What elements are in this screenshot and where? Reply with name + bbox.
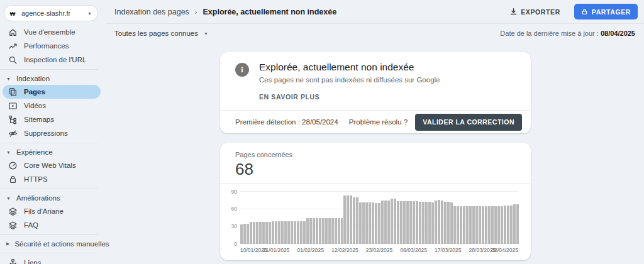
chart-bar[interactable] bbox=[510, 206, 513, 244]
chart-bar[interactable] bbox=[297, 221, 299, 244]
chart-bar[interactable] bbox=[391, 199, 393, 244]
chart-bar[interactable] bbox=[325, 218, 328, 245]
chart-bar[interactable] bbox=[362, 202, 365, 244]
chart-bar[interactable] bbox=[400, 201, 402, 244]
sidebar-item-pages[interactable]: Pages bbox=[3, 85, 101, 99]
chart-bar[interactable] bbox=[338, 218, 340, 244]
chart-bar[interactable] bbox=[422, 202, 425, 244]
chart-bar[interactable] bbox=[350, 195, 352, 244]
chart-bar[interactable] bbox=[262, 222, 265, 244]
chart-bar[interactable] bbox=[250, 222, 252, 244]
chart-bar[interactable] bbox=[319, 218, 321, 245]
chart-bar[interactable] bbox=[497, 206, 500, 244]
chart-bar[interactable] bbox=[397, 201, 399, 244]
chart-bar[interactable] bbox=[425, 202, 428, 244]
chart-bar[interactable] bbox=[479, 206, 481, 244]
chart-bar[interactable] bbox=[466, 206, 469, 244]
chart-bar[interactable] bbox=[353, 197, 355, 244]
chart-bar[interactable] bbox=[485, 206, 487, 244]
chart-bar[interactable] bbox=[240, 224, 243, 244]
chart-bar[interactable] bbox=[375, 203, 377, 244]
chart-bar[interactable] bbox=[278, 221, 280, 244]
chart-bar[interactable] bbox=[331, 218, 334, 245]
validate-fix-button[interactable]: VALIDER LA CORRECTION bbox=[415, 114, 522, 131]
sidebar-section-indexation[interactable]: ▼Indexation bbox=[0, 72, 106, 85]
chart-bar[interactable] bbox=[387, 201, 390, 244]
chart-bar[interactable] bbox=[431, 202, 434, 244]
chart-bar[interactable] bbox=[243, 224, 246, 244]
chart-bar[interactable] bbox=[413, 201, 415, 244]
chart-bar[interactable] bbox=[460, 206, 462, 244]
chart-bar[interactable] bbox=[347, 195, 349, 244]
chart-bar[interactable] bbox=[450, 202, 453, 244]
chart-bar[interactable] bbox=[469, 206, 472, 244]
chart-bar[interactable] bbox=[300, 221, 303, 244]
chart-bar[interactable] bbox=[272, 221, 274, 244]
breadcrumb-parent[interactable]: Indexation des pages bbox=[114, 8, 189, 16]
chart-bar[interactable] bbox=[444, 202, 447, 244]
learn-more-link[interactable]: EN SAVOIR PLUS bbox=[259, 93, 319, 101]
chart-bar[interactable] bbox=[378, 203, 380, 244]
sidebar-item-suppressions[interactable]: Suppressions bbox=[3, 126, 101, 140]
chart-bar[interactable] bbox=[356, 197, 358, 244]
chart-bar[interactable] bbox=[343, 195, 346, 244]
chart-bar[interactable] bbox=[381, 201, 384, 244]
chart-bar[interactable] bbox=[294, 221, 296, 244]
chart-bar[interactable] bbox=[516, 204, 519, 244]
sidebar-section-ameliorations[interactable]: ▼Améliorations bbox=[0, 192, 106, 204]
chart-bar[interactable] bbox=[322, 218, 325, 245]
sidebar-item-performances[interactable]: Performances bbox=[3, 39, 101, 53]
chart-bar[interactable] bbox=[259, 222, 262, 244]
chart-bar[interactable] bbox=[441, 201, 443, 244]
chart-bar[interactable] bbox=[491, 206, 494, 244]
chart-bar[interactable] bbox=[253, 222, 255, 244]
sidebar-item-sitemaps[interactable]: Sitemaps bbox=[3, 113, 101, 126]
chart-bar[interactable] bbox=[457, 206, 459, 244]
chart-bar[interactable] bbox=[365, 202, 368, 244]
chart-bar[interactable] bbox=[316, 218, 318, 245]
chart-bar[interactable] bbox=[309, 218, 312, 245]
chart-bar[interactable] bbox=[438, 200, 440, 244]
pages-filter-dropdown[interactable]: Toutes les pages connues ▼ bbox=[114, 30, 208, 37]
chart-bar[interactable] bbox=[475, 206, 478, 244]
sidebar-item-videos[interactable]: Vidéos bbox=[3, 99, 101, 113]
chart-bar[interactable] bbox=[328, 218, 331, 245]
chart-bar[interactable] bbox=[313, 218, 315, 245]
chart-bar[interactable] bbox=[463, 206, 465, 244]
chart-bar[interactable] bbox=[275, 221, 277, 244]
chart-bar[interactable] bbox=[501, 206, 503, 244]
chart-bar[interactable] bbox=[453, 206, 456, 244]
sidebar-item-fils-dariane[interactable]: Fils d'Ariane bbox=[3, 204, 101, 218]
sidebar-section-securite-actions-manuelles[interactable]: ▶Sécurité et actions manuelles bbox=[0, 238, 106, 250]
sidebar-item-vue-densemble[interactable]: Vue d'ensemble bbox=[3, 25, 101, 39]
sidebar-item-inspection-url[interactable]: Inspection de l'URL bbox=[3, 53, 101, 67]
chart-bar[interactable] bbox=[472, 206, 475, 244]
chart-bar[interactable] bbox=[384, 201, 387, 244]
sidebar-item-https[interactable]: HTTPS bbox=[3, 172, 101, 186]
chart-bar[interactable] bbox=[419, 202, 421, 244]
chart-bar[interactable] bbox=[269, 222, 271, 244]
chart-bar[interactable] bbox=[435, 201, 437, 244]
chart-bar[interactable] bbox=[504, 206, 506, 244]
chart-bar[interactable] bbox=[447, 202, 450, 244]
chart-bar[interactable] bbox=[369, 202, 371, 244]
sidebar-item-faq[interactable]: FAQ bbox=[3, 218, 101, 232]
chart-bar[interactable] bbox=[281, 221, 284, 244]
chart-bar[interactable] bbox=[488, 206, 491, 244]
metric-block[interactable]: Pages concernées 68 bbox=[220, 143, 531, 183]
chart-bar[interactable] bbox=[335, 218, 337, 244]
chart-bar[interactable] bbox=[428, 202, 431, 244]
chart-bar[interactable] bbox=[306, 218, 309, 245]
share-button[interactable]: PARTAGER bbox=[574, 4, 638, 19]
chart-bar[interactable] bbox=[247, 224, 249, 244]
sidebar-section-experience[interactable]: ▼Expérience bbox=[0, 146, 106, 158]
chart-bar[interactable] bbox=[341, 218, 343, 244]
chart-bar[interactable] bbox=[507, 206, 509, 244]
chart-bar[interactable] bbox=[482, 206, 484, 244]
chart-bar[interactable] bbox=[359, 202, 362, 244]
chart-bar[interactable] bbox=[291, 221, 293, 244]
chart-bar[interactable] bbox=[416, 201, 418, 244]
chart-bar[interactable] bbox=[303, 221, 306, 244]
chart-bar[interactable] bbox=[372, 202, 374, 244]
chart-bar[interactable] bbox=[284, 221, 287, 244]
